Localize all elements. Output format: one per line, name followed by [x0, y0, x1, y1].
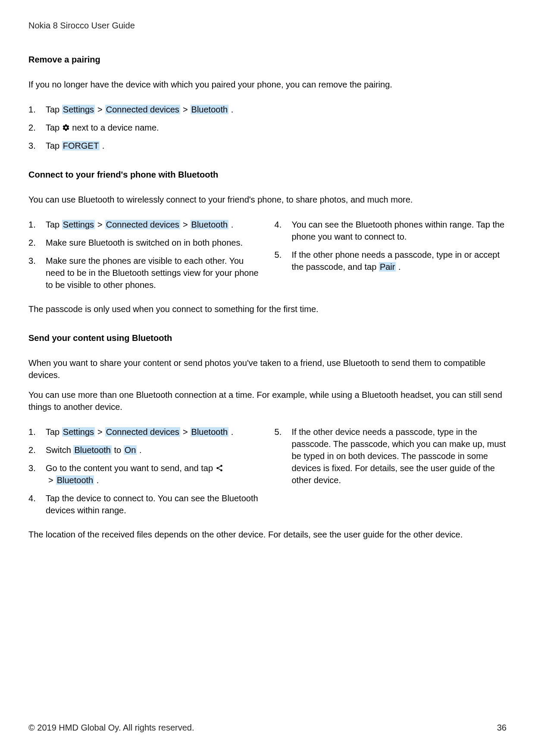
heading-send-content: Send your content using Bluetooth — [28, 333, 507, 343]
gear-icon — [62, 123, 70, 132]
ui-label-bluetooth: Bluetooth — [191, 220, 229, 229]
intro-remove-pairing: If you no longer have the device with wh… — [28, 78, 507, 91]
step-item: Tap the device to connect to. You can se… — [28, 492, 261, 516]
step-text: Tap — [46, 427, 62, 437]
step-text: . — [94, 475, 99, 485]
steps-remove-pairing: Tap Settings>Connected devices>Bluetooth… — [28, 103, 507, 152]
heading-remove-pairing: Remove a pairing — [28, 55, 507, 65]
section-connect-friend: Connect to your friend's phone with Blue… — [28, 170, 507, 315]
breadcrumb-sep: > — [95, 220, 105, 229]
breadcrumb-sep: > — [180, 427, 191, 437]
breadcrumb-sep: > — [180, 220, 191, 229]
step-text: . — [228, 427, 233, 437]
section-remove-pairing: Remove a pairing If you no longer have t… — [28, 55, 507, 152]
step-item: Tap next to a device name. — [28, 122, 507, 134]
step-text: . — [100, 141, 104, 150]
footer-copyright: © 2019 HMD Global Oy. All rights reserve… — [28, 723, 194, 733]
step-text: Switch — [46, 445, 73, 455]
postnote-send-content: The location of the received files depen… — [28, 528, 507, 540]
section-send-content: Send your content using Bluetooth When y… — [28, 333, 507, 540]
step-item: Tap Settings>Connected devices>Bluetooth… — [28, 103, 507, 116]
ui-label-pair: Pair — [379, 262, 396, 272]
ui-label-settings: Settings — [62, 105, 95, 114]
step-item: If the other phone needs a passcode, typ… — [275, 249, 507, 273]
ui-label-connected-devices: Connected devices — [105, 220, 180, 229]
step-item: Switch Bluetooth to On . — [28, 444, 261, 456]
step-text: . — [228, 105, 233, 114]
step-item: Tap Settings>Connected devices>Bluetooth… — [28, 426, 261, 438]
steps-send-content: Tap Settings>Connected devices>Bluetooth… — [28, 426, 507, 516]
step-text: . — [137, 445, 141, 455]
step-item: Tap Settings>Connected devices>Bluetooth… — [28, 219, 261, 231]
ui-label-on: On — [124, 445, 137, 455]
step-text: . — [228, 220, 233, 229]
ui-label-connected-devices: Connected devices — [105, 427, 180, 437]
postnote-connect-friend: The passcode is only used when you conne… — [28, 303, 507, 315]
step-item: Go to the content you want to send, and … — [28, 462, 261, 486]
ui-label-settings: Settings — [62, 220, 95, 229]
ui-label-connected-devices: Connected devices — [105, 105, 180, 114]
steps-connect-friend: Tap Settings>Connected devices>Bluetooth… — [28, 219, 507, 291]
intro-send-content-2: You can use more than one Bluetooth conn… — [28, 389, 507, 413]
svg-point-1 — [216, 467, 219, 469]
heading-connect-friend: Connect to your friend's phone with Blue… — [28, 170, 507, 180]
step-text: Go to the content you want to send, and … — [46, 463, 216, 473]
breadcrumb-sep: > — [95, 105, 105, 114]
step-item: Tap FORGET . — [28, 140, 507, 152]
page-footer: © 2019 HMD Global Oy. All rights reserve… — [28, 723, 507, 733]
step-text: . — [396, 262, 400, 272]
intro-send-content-1: When you want to share your content or s… — [28, 357, 507, 381]
step-text: Tap — [46, 141, 62, 150]
breadcrumb-sep: > — [95, 427, 105, 437]
step-text: Make sure Bluetooth is switched on in bo… — [46, 238, 243, 247]
svg-point-2 — [220, 469, 222, 472]
ui-label-bluetooth: Bluetooth — [191, 427, 229, 437]
doc-header-title: Nokia 8 Sirocco User Guide — [28, 21, 507, 31]
step-text: If the other device needs a passcode, ty… — [292, 427, 506, 485]
step-text: You can see the Bluetooth phones within … — [292, 220, 505, 241]
share-icon — [216, 463, 223, 473]
breadcrumb-sep: > — [180, 105, 191, 114]
step-item: Make sure Bluetooth is switched on in bo… — [28, 237, 261, 249]
step-text: to — [112, 445, 124, 455]
step-item: Make sure the phones are visible to each… — [28, 255, 261, 291]
svg-point-0 — [220, 465, 222, 467]
ui-label-bluetooth: Bluetooth — [73, 445, 112, 455]
step-text: Tap — [46, 220, 62, 229]
breadcrumb-sep: > — [46, 475, 56, 485]
step-text: Tap — [46, 123, 62, 132]
ui-label-forget: FORGET — [62, 141, 100, 150]
intro-connect-friend: You can use Bluetooth to wirelessly conn… — [28, 194, 507, 206]
ui-label-settings: Settings — [62, 427, 95, 437]
step-item: If the other device needs a passcode, ty… — [275, 426, 507, 486]
ui-label-bluetooth: Bluetooth — [56, 475, 94, 485]
step-item: You can see the Bluetooth phones within … — [275, 219, 507, 243]
step-text: next to a device name. — [70, 123, 159, 132]
step-text: Tap — [46, 105, 62, 114]
ui-label-bluetooth: Bluetooth — [191, 105, 229, 114]
step-text: Tap the device to connect to. You can se… — [46, 494, 258, 515]
footer-page-number: 36 — [497, 723, 507, 733]
step-text: Make sure the phones are visible to each… — [46, 256, 259, 290]
